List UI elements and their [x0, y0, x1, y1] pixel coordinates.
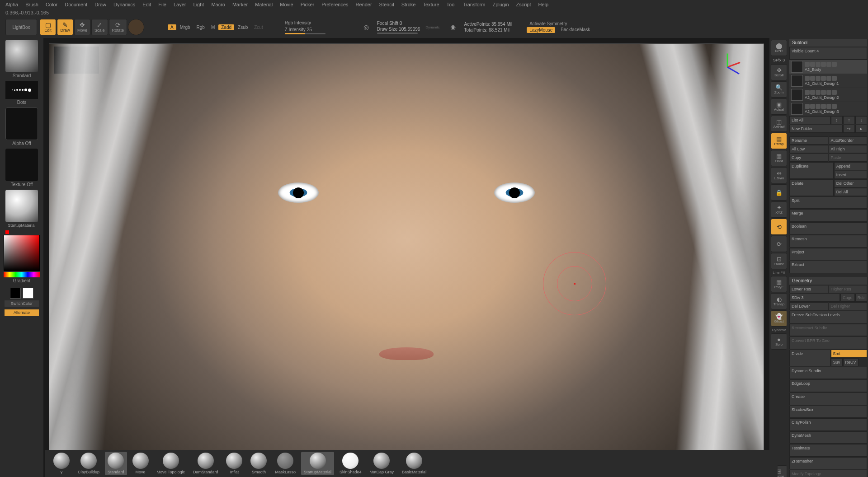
copy-button[interactable]: Copy — [789, 154, 828, 162]
swatch-white[interactable] — [23, 288, 33, 299]
backface-mask-toggle[interactable]: BackfaceMask — [558, 27, 593, 33]
subtool-item[interactable]: A2_Outfit_Design1 — [789, 74, 867, 88]
sculptris-button[interactable] — [128, 19, 144, 35]
brush-shelf-item[interactable]: Standard — [105, 452, 127, 475]
mrgb-toggle[interactable]: Mrgb — [177, 25, 193, 30]
z-intensity-slider[interactable]: Z Intensity 25 — [285, 27, 326, 32]
frame-button[interactable]: ⊡Frame — [771, 253, 787, 269]
gyro-icon[interactable]: ◎ — [358, 19, 374, 35]
reuv-toggle[interactable]: ReUV — [843, 358, 859, 366]
draw-mode-button[interactable]: ✎Draw — [57, 19, 73, 35]
menu-document[interactable]: Document — [65, 2, 87, 7]
lsym-button[interactable]: ⇔L.Sym — [771, 167, 787, 183]
solo-button[interactable]: ●Solo — [771, 333, 787, 350]
lower-res-button[interactable]: Lower Res — [789, 285, 828, 293]
menu-file[interactable]: File — [158, 2, 166, 7]
polyf-button[interactable]: ▦PolyF — [771, 276, 787, 292]
lightbox-button[interactable]: LightBox — [5, 19, 37, 35]
zoom-button[interactable]: 🔍Zoom — [771, 81, 787, 98]
split-button[interactable]: Split — [789, 196, 867, 209]
alpha-thumbnail[interactable] — [5, 108, 38, 140]
scale-mode-button[interactable]: ⤢Scale — [91, 19, 108, 35]
crease-button[interactable]: Crease — [789, 393, 867, 405]
cage-toggle[interactable]: Cage — [840, 294, 855, 302]
alternate-button[interactable]: Alternate — [5, 309, 39, 316]
zcut-toggle[interactable]: Zcut — [251, 25, 265, 30]
divide-button[interactable]: Divide — [789, 350, 830, 366]
color-picker[interactable] — [4, 235, 40, 271]
menu-alpha[interactable]: Alpha — [5, 2, 18, 7]
zremesher-button[interactable]: ZRemesher — [789, 457, 867, 470]
brush-shelf-item[interactable]: y — [51, 452, 72, 475]
material-shelf-item[interactable]: BasicMaterial — [399, 452, 429, 475]
menu-brush[interactable]: Brush — [25, 2, 38, 7]
brush-shelf-item[interactable]: MaskLasso — [272, 452, 298, 475]
arrow-up-button[interactable]: ↕ — [831, 116, 843, 124]
menu-texture[interactable]: Texture — [423, 2, 439, 7]
extract-button[interactable]: Extract — [789, 261, 867, 273]
material-shelf-item[interactable]: MatCap Gray — [367, 452, 397, 475]
actual-button[interactable]: ▣Actual — [771, 98, 787, 115]
swatch-black[interactable] — [10, 288, 21, 299]
merge-button[interactable]: Merge — [789, 209, 867, 222]
subtool-item[interactable]: A2_Outfit_Design3 — [789, 102, 867, 116]
hue-bar[interactable] — [4, 272, 40, 277]
edit-mode-button[interactable]: ▢Edit — [40, 19, 56, 35]
switch-color-button[interactable]: SwitchColor — [5, 300, 39, 307]
axis-gizmo[interactable] — [714, 53, 741, 80]
del-higher-button[interactable]: Del Higher — [829, 302, 868, 310]
new-folder-button[interactable]: New Folder — [789, 125, 843, 133]
claypolish-button[interactable]: ClayPolish — [789, 418, 867, 431]
material-thumbnail[interactable] — [5, 190, 38, 222]
activate-symmetry-button[interactable]: Activate Symmetry — [527, 21, 593, 26]
menu-color[interactable]: Color — [46, 2, 57, 7]
rotate2-button[interactable]: ⟳ — [771, 236, 787, 252]
zsub-toggle[interactable]: Zsub — [235, 25, 250, 30]
fg-color-indicator[interactable] — [5, 230, 9, 234]
ghost-button[interactable]: 👻Ghost — [771, 310, 787, 327]
rotate-button[interactable]: ⟲ — [771, 219, 787, 235]
a-toggle[interactable]: A — [168, 24, 176, 30]
modify-topology-button[interactable]: Modify Topology — [789, 470, 867, 477]
menu-draw[interactable]: Draw — [94, 2, 106, 7]
bpr-button[interactable]: ⬤BPR — [771, 40, 787, 56]
scroll-button[interactable]: ✥Scroll — [771, 64, 787, 80]
delete-button[interactable]: Delete — [789, 179, 834, 196]
menu-movie[interactable]: Movie — [280, 2, 293, 7]
menu-preferences[interactable]: Preferences — [321, 2, 348, 7]
menu-light[interactable]: Light — [193, 2, 204, 7]
lazymouse-toggle[interactable]: LazyMouse — [527, 27, 555, 33]
m-toggle[interactable]: M — [208, 25, 217, 30]
rotate-mode-button[interactable]: ⟳Rotate — [109, 19, 127, 35]
zadd-toggle[interactable]: Zadd — [218, 24, 234, 30]
del-other-button[interactable]: Del Other — [834, 179, 867, 187]
subtool-header[interactable]: Subtool — [789, 39, 867, 47]
paste-button[interactable]: Paste — [829, 154, 868, 162]
list-all-button[interactable]: List All — [789, 116, 830, 124]
brush-thumbnail[interactable] — [5, 40, 38, 72]
higher-res-button[interactable]: Higher Res — [829, 285, 868, 293]
material-shelf-item[interactable]: SkinShade4 — [337, 452, 364, 475]
arrow-icon[interactable]: ↑ — [843, 116, 855, 124]
shadowbox-button[interactable]: ShadowBox — [789, 406, 867, 418]
tessimate-button[interactable]: Tessimate — [789, 444, 867, 457]
menu-stencil[interactable]: Stencil — [379, 2, 394, 7]
dynamic-subdiv-button[interactable]: Dynamic Subdiv — [789, 367, 867, 379]
menu-help[interactable]: Help — [538, 2, 549, 7]
lock-button[interactable]: 🔒 — [771, 184, 787, 201]
material-shelf-item[interactable]: StartupMaterial — [301, 452, 334, 475]
arrow-icon[interactable]: ↓ — [855, 116, 867, 124]
menu-zplugin[interactable]: Zplugin — [492, 2, 509, 7]
brush-shelf-item[interactable]: Inflat — [223, 452, 245, 475]
menu-zscript[interactable]: Zscript — [516, 2, 531, 7]
transp-button[interactable]: ◐Transp — [771, 293, 787, 309]
boolean-button[interactable]: Boolean — [789, 222, 867, 235]
menu-picker[interactable]: Picker — [301, 2, 315, 7]
reconstruct-button[interactable]: Reconstruct Subdiv — [789, 324, 867, 337]
duplicate-button[interactable]: Duplicate — [789, 162, 834, 179]
del-all-button[interactable]: Del All — [834, 188, 867, 196]
menu-tool[interactable]: Tool — [447, 2, 456, 7]
stroke-thumbnail[interactable] — [5, 81, 38, 99]
xyz-button[interactable]: ✦XYZ — [771, 201, 787, 218]
insert-button[interactable]: Insert — [834, 171, 867, 179]
